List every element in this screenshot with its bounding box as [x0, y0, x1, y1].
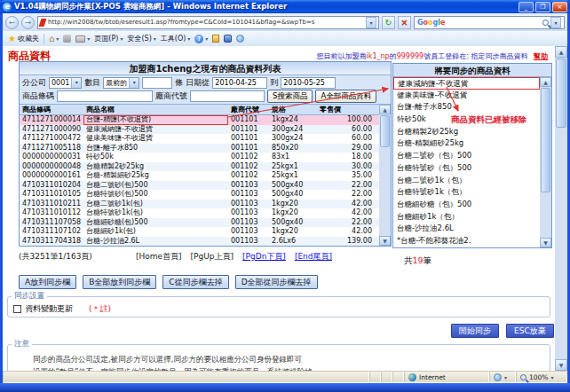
table-row[interactable]: 0000000000048台糖精製2砂25kg00110225kgx130.00	[20, 162, 379, 172]
back-button[interactable]: ←	[5, 16, 19, 29]
count-input[interactable]	[142, 77, 172, 89]
sync-list-scrollbar[interactable]: ▲ ▼	[540, 77, 551, 247]
scroll-down-icon[interactable]: ▼	[555, 359, 567, 371]
table-row[interactable]: 4711271000090健康減納鹽-不收退貨001101300gx2460.0…	[20, 125, 379, 135]
refresh-button[interactable]: ↻	[382, 16, 395, 29]
scroll-down-icon[interactable]: ▼	[540, 238, 551, 247]
address-field[interactable]: http://win2008/tw/btob/eseresult1.asp?fr…	[37, 16, 379, 29]
table-cell: 台糖二號砂(包)500	[83, 181, 228, 191]
address-dropdown-icon[interactable]: ▾	[366, 17, 376, 28]
table-scrollbar[interactable]: ▲ ▼	[379, 105, 391, 246]
table-row[interactable]: 0000000000031特砂50k00110283x118.00	[20, 153, 379, 162]
scroll-up-icon[interactable]: ▲	[379, 105, 391, 114]
messenger-icon[interactable]	[212, 35, 219, 43]
sync-list[interactable]: ▲ ▼ 健康減納鹽-不收退貨健康美味鹽-不收退貨台鹽-離子水850特砂50k台糖…	[393, 77, 551, 247]
count-label: 數目	[84, 77, 100, 89]
table-cell: 42.00	[317, 200, 379, 209]
next-page-link[interactable]: [PgDn下頁]	[242, 251, 286, 263]
table-row[interactable]: 4710311010105台糖特號砂(包)500001103500gx4022.…	[20, 190, 379, 200]
count-select[interactable]: 最前的▾	[103, 77, 139, 89]
window-scrollbar[interactable]: ▲ ▼	[555, 46, 567, 371]
close-button[interactable]: ×	[552, 2, 567, 12]
sync-list-item[interactable]: 台鹽-離子水850	[393, 101, 540, 114]
vendor-input[interactable]	[190, 90, 265, 102]
search-icon[interactable]	[542, 20, 549, 26]
add-all-to-sync-button[interactable]: B全部放到同步欄	[83, 275, 156, 289]
table-row[interactable]: 4710311704318台糖-沙拉油2.6L0011032.6Lx6139.0…	[20, 237, 379, 247]
menu-security[interactable]: 安全(S)▾	[127, 34, 155, 43]
sync-list-item[interactable]: 健康減納鹽-不收退貨	[393, 77, 540, 90]
prev-page-button[interactable]: [PgUp上頁]	[191, 251, 234, 263]
branch-select[interactable]: 0001▾	[49, 77, 82, 89]
sync-list-item[interactable]: 台糖二號砂1k（包）	[393, 175, 540, 187]
scroll-thumb[interactable]	[556, 59, 566, 128]
sync-list-item[interactable]: 台糖-精製細砂25kg	[393, 137, 540, 150]
table-cell: 特砂50k	[83, 153, 228, 162]
remove-all-from-sync-button[interactable]: D全部從同步欄去掉	[235, 275, 318, 289]
table-row[interactable]: 4710311010112台糖特號砂1k(包)0011031kgx2042.00	[20, 208, 379, 218]
scroll-up-icon[interactable]: ▲	[540, 77, 551, 87]
table-row[interactable]: 4711271000472健康美味鹽-不收退貨001101300gx2460.0…	[20, 134, 379, 144]
scroll-thumb[interactable]	[541, 88, 550, 192]
url-text: http://win2008/tw/btob/eseresult1.asp?fr…	[48, 19, 366, 26]
sync-list-item[interactable]: 台糖特號砂1k（包）	[393, 186, 540, 199]
research-icon[interactable]	[236, 35, 244, 43]
date-to-input[interactable]	[281, 77, 336, 89]
zone-label: Internet	[419, 373, 446, 381]
maximize-button[interactable]: ❐	[535, 2, 550, 12]
barcode-input[interactable]	[57, 90, 153, 102]
addon-icon[interactable]	[224, 35, 232, 43]
table-cell: 22.00	[317, 190, 379, 200]
search-product-button[interactable]: S搜索商品	[267, 90, 313, 103]
forward-button[interactable]: →	[21, 16, 35, 29]
feed-icon[interactable]	[63, 35, 71, 43]
scroll-thumb[interactable]	[380, 115, 390, 147]
data-change-checkbox[interactable]	[13, 305, 21, 313]
scroll-up-icon[interactable]: ▲	[555, 46, 567, 58]
stop-button[interactable]: ×	[398, 16, 411, 29]
sync-list-item[interactable]: *台糖-不飽和葵花油2.	[393, 235, 540, 247]
sync-settings-legend: 同步設置	[12, 291, 47, 302]
sync-list-item[interactable]: 健康美味鹽-不收退貨	[393, 90, 540, 102]
zoom-cell[interactable]: 100% ▾	[516, 371, 567, 383]
home-button[interactable]: ⌂▾	[49, 34, 59, 43]
last-page-link[interactable]: [End尾頁]	[295, 251, 332, 263]
sync-list-item[interactable]: 台糖特號砂（包）500	[393, 162, 540, 175]
protected-mode-cell[interactable]: ▾	[489, 371, 516, 383]
table-row[interactable]: 4711271000014台鹽-精鹽(不收退貨)0011011kgx24100.…	[20, 115, 379, 125]
table-cell: 台糖細砂1k(包)	[83, 227, 228, 237]
date-from-input[interactable]	[212, 77, 267, 89]
sync-list-item[interactable]: 台糖精製2砂25kg	[393, 126, 540, 138]
table-cell: 0000000000031	[20, 153, 83, 162]
minimize-button[interactable]: _	[519, 2, 534, 12]
table-row[interactable]: 4711271005118台鹽-離子水850001101850x2029.00	[20, 144, 379, 153]
table-cell: 001103	[228, 227, 269, 237]
help-link[interactable]: 幫助	[534, 52, 548, 60]
table-row[interactable]: 4710311010211台糖二號砂1k(包)0011031kgx2042.00	[20, 200, 379, 209]
sync-list-item[interactable]: 台糖細砂糖（包）500	[393, 199, 540, 211]
cancel-button[interactable]: ESC放棄	[506, 324, 554, 338]
menu-tools[interactable]: 工具(O)▾	[161, 34, 191, 43]
table-row[interactable]: 4710311107058台糖細砂糖(包)500001103500gx4022.…	[20, 218, 379, 228]
table-row[interactable]: 0000000000161台糖-精製細砂25kg00110225kgx135.0…	[20, 171, 379, 181]
sync-panel-title: 將要同步的商品資料	[393, 64, 551, 77]
table-row[interactable]: 4710311107102台糖細砂1k(包)0011031kgx2042.00	[20, 227, 379, 237]
sync-list-item[interactable]: 台糖-沙拉油2.6L	[393, 223, 540, 235]
favorites-button[interactable]: ★ 收藏夹	[8, 34, 39, 43]
table-row[interactable]: 4710311010204台糖二號砂(包)500001103500gx4022.…	[20, 181, 379, 191]
table-cell: 001101	[228, 125, 269, 135]
all-products-button[interactable]: A全部商品資料	[315, 90, 376, 103]
sync-list-item[interactable]: 台糖二號砂（包）500	[393, 150, 540, 162]
start-sync-button[interactable]: 開始同步	[451, 324, 499, 338]
remove-from-sync-button[interactable]: C從同步欄去掉	[162, 275, 228, 289]
print-button[interactable]: ▾	[75, 35, 90, 43]
home-page-button[interactable]: [Home首頁]	[136, 251, 182, 263]
help-button[interactable]: ?▾	[194, 35, 208, 43]
search-dropdown-icon[interactable]: ▾	[550, 17, 561, 28]
scroll-down-icon[interactable]: ▼	[379, 236, 391, 246]
menu-page[interactable]: 页面(P)▾	[94, 34, 123, 43]
add-to-sync-button[interactable]: A放到同步欄	[19, 275, 76, 289]
table-cell: 18.00	[317, 153, 379, 162]
sync-list-item[interactable]: 台糖細砂1k（包）	[393, 211, 540, 223]
search-box[interactable]: Google ▾	[414, 16, 565, 29]
